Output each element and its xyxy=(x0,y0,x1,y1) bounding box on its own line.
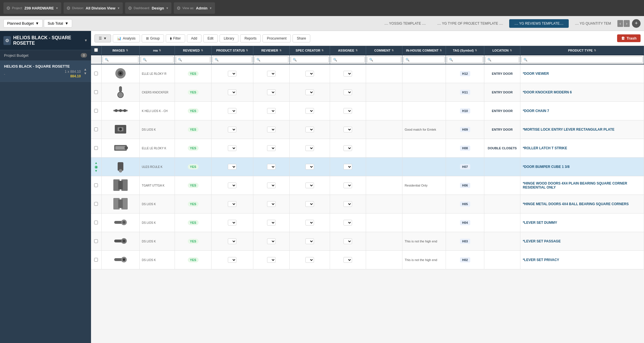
assignee-select[interactable] xyxy=(343,108,352,114)
th-inhouse-comment-sort-icon[interactable]: ⇅ xyxy=(440,49,442,52)
th-product-type-sort-icon[interactable]: ⇅ xyxy=(594,49,596,52)
tab-yg-reviews[interactable]: .... YG REVIEWS TEMPLATE.... xyxy=(509,19,568,28)
division-section[interactable]: ⚙ Division: All Division View ▼ xyxy=(64,2,123,14)
search-status-input[interactable] xyxy=(213,56,252,63)
search-location-input[interactable] xyxy=(485,56,519,63)
spec-creator-select[interactable] xyxy=(305,220,314,226)
sub-total-button[interactable]: Sub Total ▼ xyxy=(44,19,72,28)
sidebar-chevron-icon[interactable]: ▼ xyxy=(84,38,88,42)
division-gear-icon[interactable]: ⚙ xyxy=(66,5,70,11)
th-spec-creator-sort-icon[interactable]: ⇅ xyxy=(321,49,324,52)
reviewer-select[interactable] xyxy=(267,238,276,244)
row-checkbox[interactable] xyxy=(94,258,98,262)
tab-next-button[interactable]: › xyxy=(624,20,630,27)
trash-button[interactable]: 🗑 Trash xyxy=(617,34,641,42)
analysis-button[interactable]: 📊 Analysis xyxy=(113,34,140,42)
product-status-select[interactable] xyxy=(228,89,236,95)
th-images-sort-icon[interactable]: ⇅ xyxy=(126,49,128,52)
view-dropdown-icon[interactable]: ▼ xyxy=(209,7,212,10)
spec-creator-select[interactable] xyxy=(305,108,314,114)
th-area-sort-icon[interactable]: ⇅ xyxy=(159,49,161,52)
reviewer-select[interactable] xyxy=(267,108,276,114)
reviewer-select[interactable] xyxy=(267,164,276,170)
project-section[interactable]: ⚙ Project: Z09 HARDWARE ▼ xyxy=(3,2,61,14)
search-spec-creator-input[interactable] xyxy=(291,56,328,63)
row-radio-icon[interactable]: ◉ xyxy=(94,164,98,169)
th-tag-sort-icon[interactable]: ⇅ xyxy=(475,49,477,52)
select-all-checkbox[interactable] xyxy=(94,48,98,52)
procurement-button[interactable]: Procurement xyxy=(262,34,291,42)
row-checkbox[interactable] xyxy=(94,202,98,206)
reports-button[interactable]: Reports xyxy=(240,34,261,42)
search-reviewer-input[interactable] xyxy=(254,56,288,63)
row-checkbox[interactable] xyxy=(94,72,98,75)
th-reviewer-sort-icon[interactable]: ⇅ xyxy=(279,49,282,52)
product-status-select[interactable] xyxy=(228,108,236,114)
reviewer-select[interactable] xyxy=(267,257,276,263)
spec-creator-select[interactable] xyxy=(305,145,314,151)
spec-creator-select[interactable] xyxy=(305,257,314,263)
search-comment-input[interactable] xyxy=(367,56,401,63)
th-comment-sort-icon[interactable]: ⇅ xyxy=(392,49,394,52)
reviewer-select[interactable] xyxy=(267,89,276,95)
assignee-select[interactable] xyxy=(343,127,352,132)
assignee-select[interactable] xyxy=(343,238,352,244)
tab-add-button[interactable]: + xyxy=(632,19,641,28)
product-status-select[interactable] xyxy=(228,145,236,151)
sidebar-gear-icon[interactable]: ⚙ xyxy=(3,36,11,45)
row-checkbox[interactable] xyxy=(94,146,98,150)
edit-button[interactable]: Edit xyxy=(203,34,218,42)
dashboard-dropdown-icon[interactable]: ▼ xyxy=(166,7,169,10)
search-tag-input[interactable] xyxy=(447,56,483,63)
assignee-select[interactable] xyxy=(343,220,352,226)
division-dropdown-icon[interactable]: ▼ xyxy=(117,7,120,10)
product-status-select[interactable] xyxy=(228,201,236,207)
sidebar-row-down-button[interactable]: ▼ xyxy=(84,72,87,75)
spec-creator-select[interactable] xyxy=(305,201,314,207)
product-status-select[interactable] xyxy=(228,71,236,77)
sidebar-row-up-button[interactable]: ▲ xyxy=(84,68,87,71)
assignee-select[interactable] xyxy=(343,145,352,151)
row-checkbox[interactable] xyxy=(94,183,98,187)
spec-creator-select[interactable] xyxy=(305,127,314,132)
view-section[interactable]: ⚙ View as: Admin ▼ xyxy=(174,2,215,14)
menu-button[interactable]: ☰ ▼ xyxy=(94,34,111,42)
view-gear-icon[interactable]: ⚙ xyxy=(177,5,181,11)
assignee-select[interactable] xyxy=(343,71,352,77)
planned-budget-button[interactable]: Planned Budget ▼ xyxy=(3,19,43,28)
group-button[interactable]: ⊞ Group xyxy=(142,34,164,42)
library-button[interactable]: Library xyxy=(220,34,239,42)
reviewer-select[interactable] xyxy=(267,145,276,151)
search-images-input[interactable] xyxy=(103,56,138,63)
dashboard-gear-icon[interactable]: ⚙ xyxy=(128,5,132,11)
product-status-select[interactable] xyxy=(228,164,236,170)
assignee-select[interactable] xyxy=(343,183,352,188)
row-up-indicator[interactable]: ▲ xyxy=(94,161,98,164)
th-assignee-sort-icon[interactable]: ⇅ xyxy=(355,49,358,52)
reviewer-select[interactable] xyxy=(267,127,276,132)
row-checkbox[interactable] xyxy=(94,239,98,243)
search-area-input[interactable] xyxy=(141,56,174,63)
dashboard-section[interactable]: ⚙ Dashboard: Design ▼ xyxy=(125,2,171,14)
tab-yg-type[interactable]: .... YG TYPE OF PROJECT TEMPLATE .... xyxy=(432,19,508,28)
tab-yossig[interactable]: .... YOSSIG TEMPLATE .... xyxy=(379,19,431,28)
tab-prev-button[interactable]: ‹ xyxy=(617,20,623,27)
th-reviewed-sort-icon[interactable]: ⇅ xyxy=(201,49,203,52)
project-gear-icon[interactable]: ⚙ xyxy=(6,5,10,11)
sidebar-item-helios[interactable]: HELIOS BLACK - SQUARE ROSETTE - 1 x 884.… xyxy=(0,61,91,82)
reviewer-select[interactable] xyxy=(267,201,276,207)
assignee-select[interactable] xyxy=(343,257,352,263)
spec-creator-select[interactable] xyxy=(305,183,314,188)
product-status-select[interactable] xyxy=(228,257,236,263)
assignee-select[interactable] xyxy=(343,164,352,170)
search-assignee-input[interactable] xyxy=(331,56,365,63)
row-down-indicator[interactable]: ▼ xyxy=(94,169,98,173)
row-checkbox[interactable] xyxy=(94,221,98,224)
product-status-select[interactable] xyxy=(228,127,236,132)
row-checkbox[interactable] xyxy=(94,128,98,131)
search-reviewed-input[interactable] xyxy=(176,56,210,63)
product-status-select[interactable] xyxy=(228,183,236,188)
reviewer-select[interactable] xyxy=(267,220,276,226)
assignee-select[interactable] xyxy=(343,201,352,207)
search-inhouse-input[interactable] xyxy=(404,56,445,63)
